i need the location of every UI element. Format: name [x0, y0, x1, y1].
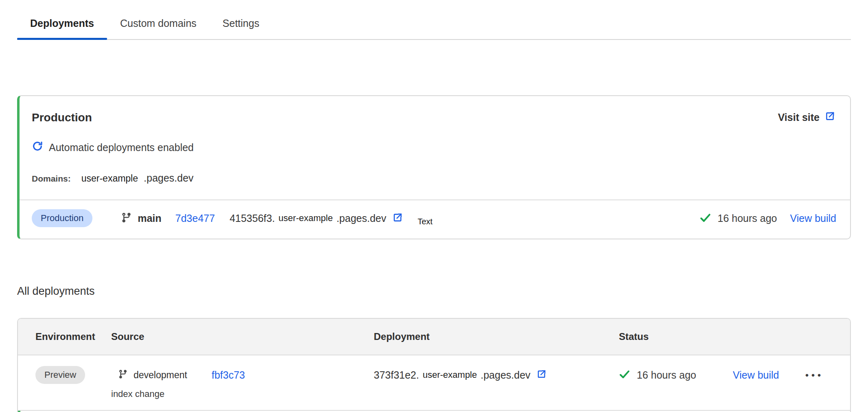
tab-deployments[interactable]: Deployments — [17, 17, 107, 39]
overflow-menu-icon[interactable]: ●●● — [805, 366, 823, 384]
view-build-link[interactable]: View build — [790, 213, 836, 224]
external-link-icon — [824, 111, 835, 124]
domain-host: user-example — [81, 173, 138, 184]
commit-link[interactable]: 7d3e477 — [175, 213, 215, 224]
external-link-icon — [530, 369, 547, 381]
all-deployments-heading: All deployments — [17, 285, 851, 298]
deployment-url-host: user-example — [423, 370, 477, 380]
deployment-url-suffix: .pages.dev — [481, 369, 530, 381]
tab-bar: Deployments Custom domains Settings — [17, 0, 851, 40]
deployment-url-link[interactable]: 415356f3. user-example .pages.dev — [230, 212, 403, 225]
commit-link[interactable]: fbf3c73 — [212, 369, 245, 381]
environment-badge: Production — [32, 209, 92, 227]
column-header-deployment: Deployment — [374, 330, 619, 343]
deployment-url-id: 373f31e2. — [374, 369, 419, 381]
deployment-url-host: user-example — [278, 213, 333, 224]
check-icon — [699, 212, 711, 225]
tab-settings[interactable]: Settings — [210, 17, 272, 39]
production-card-title: Production — [32, 111, 92, 124]
visit-site-button[interactable]: Visit site — [778, 111, 835, 124]
auto-deployments-text: Automatic deployments enabled — [49, 142, 194, 153]
column-header-status: Status — [619, 330, 850, 343]
check-icon — [619, 368, 630, 381]
tab-custom-domains[interactable]: Custom domains — [107, 17, 210, 39]
external-link-icon — [386, 212, 403, 225]
commit-message: index change — [111, 388, 374, 400]
domains-label: Domains: — [32, 174, 71, 184]
visit-site-label: Visit site — [778, 112, 820, 123]
deployment-url-link[interactable]: 373f31e2. user-example .pages.dev — [374, 369, 547, 381]
text-annotation: Text — [418, 217, 433, 226]
deployment-time: 16 hours ago — [637, 369, 696, 381]
environment-badge: Preview — [35, 366, 85, 384]
deployment-url-id: 415356f3. — [230, 213, 275, 224]
branch-name: main — [138, 213, 161, 224]
deployments-table: Environment Source Deployment Status Pre… — [17, 318, 851, 412]
column-header-source: Source — [111, 330, 374, 343]
production-card: Production Visit site Automatic deployme… — [17, 95, 851, 239]
domain-suffix: .pages.dev — [144, 172, 193, 184]
view-build-link[interactable]: View build — [733, 369, 779, 381]
table-row: Preview development fbf3c73 index change… — [18, 355, 850, 411]
table-header-row: Environment Source Deployment Status — [18, 319, 850, 355]
refresh-icon — [32, 140, 43, 154]
deployment-url-suffix: .pages.dev — [336, 213, 386, 224]
deployment-time: 16 hours ago — [718, 213, 777, 224]
branch-name: development — [134, 370, 187, 381]
git-branch-icon — [118, 369, 128, 381]
git-branch-icon — [121, 212, 132, 225]
production-deployment-row: Production main 7d3e477 415356f3. user-e… — [20, 199, 850, 239]
column-header-environment: Environment — [35, 330, 111, 343]
